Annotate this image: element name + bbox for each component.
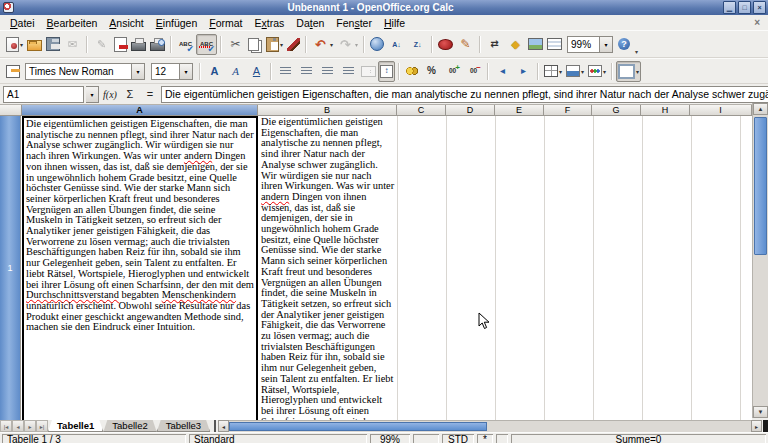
column-header-E[interactable]: E [495, 105, 544, 116]
function-wizard-button[interactable]: f(x) [101, 86, 119, 102]
font-name-combo[interactable]: Times New Roman▾ [25, 63, 145, 80]
underline-button[interactable]: A [246, 61, 267, 82]
insert-frame-button[interactable]: ▾ [616, 61, 641, 82]
align-center-button[interactable] [296, 61, 317, 82]
datasources-button[interactable] [545, 34, 564, 55]
scrollbar-split-handle[interactable] [763, 420, 768, 432]
status-insert-mode[interactable] [413, 434, 439, 443]
sheet-tab-tabelle2[interactable]: Tabelle2 [103, 420, 156, 432]
menu-einfgen[interactable]: Einfügen [150, 17, 203, 29]
dropdown-arrow-icon[interactable]: ▾ [636, 68, 639, 75]
column-header-B[interactable]: B [258, 105, 397, 116]
number-format-percent-button[interactable]: % [421, 61, 442, 82]
close-icon[interactable] [753, 1, 766, 14]
horizontal-scrollbar-thumb[interactable] [229, 422, 487, 431]
status-modified-flag[interactable]: * [477, 434, 493, 443]
menu-ansicht[interactable]: Ansicht [103, 17, 149, 29]
cell-B1[interactable]: Die eigentümlichen geistigen Eigenschaft… [259, 116, 396, 420]
dropdown-arrow-icon[interactable]: ▾ [559, 68, 562, 75]
align-right-button[interactable] [317, 61, 338, 82]
delete-decimal-button[interactable]: 00 [463, 61, 484, 82]
print-button[interactable] [129, 34, 148, 55]
save-button[interactable] [44, 34, 62, 55]
dropdown-arrow-icon[interactable]: ▾ [581, 68, 584, 75]
dropdown-arrow-icon[interactable]: ▾ [355, 41, 358, 48]
status-page-style[interactable]: Standard [189, 434, 367, 443]
export-pdf-button[interactable] [112, 34, 129, 55]
font-size-combo[interactable]: 12▾ [151, 63, 193, 80]
add-decimal-button[interactable]: 00 [442, 61, 463, 82]
font-color-button[interactable]: ▾ [586, 61, 608, 82]
dropdown-arrow-icon[interactable]: ▾ [280, 41, 283, 48]
first-sheet-icon[interactable]: |◂ [0, 420, 12, 432]
toolbar-overflow-icon[interactable]: ▾ [635, 48, 638, 55]
format-paintbrush-button[interactable] [285, 34, 302, 55]
new-document-button[interactable]: ▾ [4, 34, 25, 55]
name-box[interactable]: A1 [3, 86, 84, 103]
spreadsheet-grid[interactable]: 1 Die eigentümlichen geistigen Eigenscha… [0, 116, 752, 420]
close-document-icon[interactable] [750, 17, 764, 28]
sheet-tab-tabelle3[interactable]: Tabelle3 [157, 420, 210, 432]
status-sum-display[interactable]: Summe=0 [511, 434, 766, 443]
next-sheet-icon[interactable]: ▸ [24, 420, 36, 432]
vertical-scrollbar[interactable]: ▲ ▼ [752, 103, 768, 418]
gallery-button[interactable] [526, 34, 545, 55]
decrease-indent-button[interactable]: ◂ [492, 61, 513, 82]
copy-button[interactable] [246, 34, 264, 55]
column-header-H[interactable]: H [641, 105, 690, 116]
cut-button[interactable]: ✂ [225, 34, 246, 55]
title-bar[interactable]: Unbenannt 1 - OpenOffice.org Calc [0, 0, 768, 15]
menu-extras[interactable]: Extras [249, 17, 291, 29]
dropdown-arrow-icon[interactable]: ▾ [20, 41, 23, 48]
number-format-currency-button[interactable] [403, 61, 421, 82]
name-box-dropdown-icon[interactable]: ▾ [86, 86, 99, 103]
hyperlink-button[interactable] [368, 34, 386, 55]
column-header-F[interactable]: F [544, 105, 592, 116]
menu-bearbeiten[interactable]: Bearbeiten [41, 17, 104, 29]
tab-split-handle[interactable] [210, 420, 216, 432]
dropdown-arrow-icon[interactable]: ▾ [179, 64, 192, 79]
vertical-scrollbar-thumb[interactable] [754, 117, 767, 255]
undo-button[interactable]: ↶▾ [310, 34, 335, 55]
spellcheck-button[interactable]: ABC [175, 34, 196, 55]
draw-functions-button[interactable]: ✎ [455, 34, 476, 55]
paste-button[interactable]: ▾ [264, 34, 285, 55]
styles-formatting-button[interactable] [4, 61, 22, 82]
horizontal-scrollbar[interactable] [229, 420, 751, 432]
menu-datei[interactable]: Datei [4, 17, 41, 29]
column-header-C[interactable]: C [397, 105, 446, 116]
insert-chart-button[interactable] [436, 34, 455, 55]
vertical-align-button[interactable]: ↕ [378, 61, 395, 82]
row-header-1[interactable]: 1 [0, 116, 21, 420]
sheet-tab-tabelle1[interactable]: Tabelle1 [48, 420, 103, 432]
zoom-combo[interactable]: 99%▾ [567, 36, 613, 53]
help-button[interactable]: ? [616, 34, 632, 55]
previous-sheet-icon[interactable]: ◂ [12, 420, 24, 432]
scroll-up-icon[interactable]: ▲ [753, 103, 768, 115]
auto-spellcheck-button[interactable]: ABC [196, 34, 217, 55]
menu-daten[interactable]: Daten [290, 17, 330, 29]
dropdown-arrow-icon[interactable]: ▾ [603, 68, 606, 75]
maximize-icon[interactable] [738, 1, 751, 14]
find-replace-button[interactable]: ⇄ [484, 34, 505, 55]
menu-hilfe[interactable]: Hilfe [378, 17, 411, 29]
page-preview-button[interactable] [148, 34, 167, 55]
sum-button[interactable]: Σ [121, 86, 139, 102]
dropdown-arrow-icon[interactable]: ▾ [330, 41, 333, 48]
status-sheet-info[interactable]: Tabelle 1 / 3 [2, 434, 186, 443]
background-color-button[interactable]: ▾ [564, 61, 586, 82]
column-header-I[interactable]: I [690, 105, 752, 116]
last-sheet-icon[interactable]: ▸| [36, 420, 48, 432]
borders-button[interactable]: ▾ [542, 61, 564, 82]
column-header-A[interactable]: A [22, 105, 258, 116]
align-left-button[interactable] [275, 61, 296, 82]
italic-button[interactable]: A [225, 61, 246, 82]
sort-descending-button[interactable]: Z↓ [407, 34, 428, 55]
select-all-corner[interactable] [0, 105, 22, 116]
menu-fenster[interactable]: Fenster [330, 17, 378, 29]
menu-format[interactable]: Format [203, 17, 248, 29]
dropdown-arrow-icon[interactable]: ▾ [599, 37, 612, 52]
scroll-left-icon[interactable]: ◂ [218, 420, 229, 432]
bold-button[interactable]: A [204, 61, 225, 82]
navigator-button[interactable]: ◆ [505, 34, 526, 55]
